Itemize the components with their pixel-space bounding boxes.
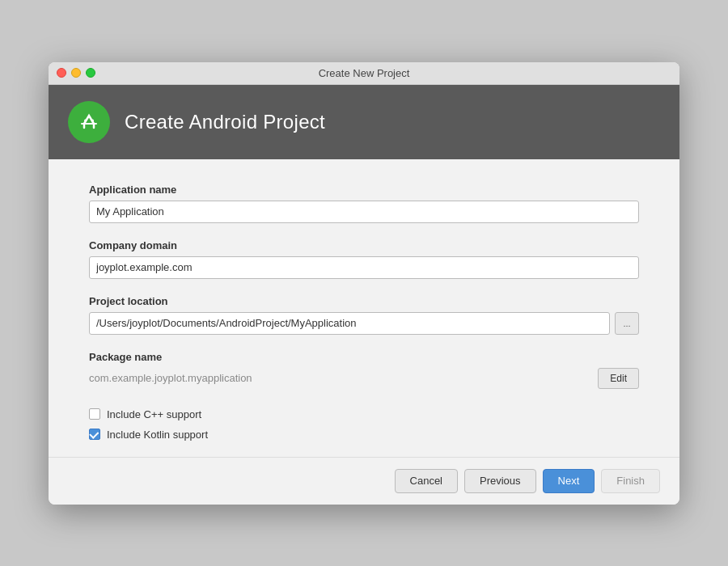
cancel-button[interactable]: Cancel bbox=[395, 469, 458, 493]
cpp-support-checkbox[interactable] bbox=[89, 408, 100, 420]
android-logo bbox=[68, 101, 110, 143]
finish-button[interactable]: Finish bbox=[601, 469, 660, 493]
traffic-lights bbox=[57, 68, 95, 78]
kotlin-support-label: Include Kotlin support bbox=[107, 429, 208, 441]
project-location-label: Project location bbox=[89, 295, 639, 307]
project-location-row: ... bbox=[89, 312, 639, 335]
minimize-button[interactable] bbox=[71, 68, 81, 78]
app-name-group: Application name bbox=[89, 184, 639, 223]
package-name-value: com.example.joyplot.myapplication bbox=[89, 372, 252, 384]
footer-section: Cancel Previous Next Finish bbox=[49, 457, 679, 505]
next-button[interactable]: Next bbox=[543, 469, 595, 493]
browse-button[interactable]: ... bbox=[615, 312, 639, 335]
company-domain-group: Company domain bbox=[89, 239, 639, 279]
app-name-label: Application name bbox=[89, 184, 639, 196]
svg-point-0 bbox=[84, 119, 87, 121]
window-title: Create New Project bbox=[319, 67, 410, 79]
company-domain-label: Company domain bbox=[89, 239, 639, 251]
app-name-input[interactable] bbox=[89, 201, 639, 223]
checkbox-group: Include C++ support Include Kotlin suppo… bbox=[89, 408, 639, 441]
close-button[interactable] bbox=[57, 68, 66, 78]
svg-point-1 bbox=[91, 119, 94, 121]
maximize-button[interactable] bbox=[86, 68, 95, 78]
title-bar: Create New Project bbox=[49, 62, 679, 85]
package-name-label: Package name bbox=[89, 351, 639, 363]
project-location-group: Project location ... bbox=[89, 295, 639, 335]
header-section: Create Android Project bbox=[49, 85, 679, 159]
project-location-input[interactable] bbox=[89, 312, 610, 335]
company-domain-input[interactable] bbox=[89, 256, 639, 279]
kotlin-support-checkbox[interactable] bbox=[89, 429, 100, 440]
main-window: Create New Project Create Android Projec… bbox=[49, 62, 679, 505]
package-name-group: Package name com.example.joyplot.myappli… bbox=[89, 351, 639, 389]
content-area: Application name Company domain Project … bbox=[49, 159, 679, 457]
header-title: Create Android Project bbox=[125, 111, 325, 133]
kotlin-support-item[interactable]: Include Kotlin support bbox=[89, 429, 639, 441]
cpp-support-item[interactable]: Include C++ support bbox=[89, 408, 639, 420]
android-logo-icon bbox=[76, 109, 102, 135]
cpp-support-label: Include C++ support bbox=[107, 408, 201, 420]
package-name-row: com.example.joyplot.myapplication Edit bbox=[89, 368, 639, 389]
previous-button[interactable]: Previous bbox=[464, 469, 536, 493]
edit-package-button[interactable]: Edit bbox=[598, 368, 639, 389]
